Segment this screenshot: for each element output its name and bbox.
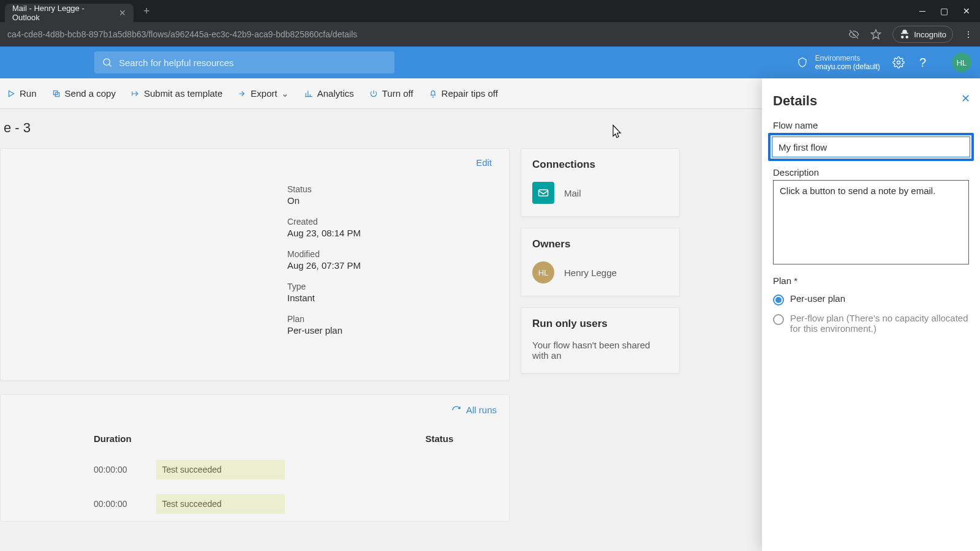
analytics-label: Analytics xyxy=(317,88,354,99)
star-icon[interactable] xyxy=(870,29,881,40)
cell-duration: 00:00:00 xyxy=(1,487,156,521)
eye-off-icon[interactable] xyxy=(848,29,859,40)
environment-icon xyxy=(797,57,808,68)
owners-card: Owners HL Henry Legge xyxy=(521,228,680,296)
connections-card: Connections Mail xyxy=(521,148,680,217)
turn-off-label: Turn off xyxy=(382,88,413,99)
status-value: On xyxy=(287,195,498,206)
browser-tabstrip: Mail - Henry Legge - Outlook ✕ + ─ ▢ ✕ xyxy=(0,0,980,22)
description-textarea[interactable] xyxy=(773,180,969,264)
send-copy-button[interactable]: Send a copy xyxy=(51,88,116,99)
power-icon xyxy=(369,89,379,99)
svg-point-1 xyxy=(104,59,110,66)
chevron-down-icon: ⌄ xyxy=(281,88,289,99)
edit-link[interactable]: Edit xyxy=(476,157,492,168)
run-label: Run xyxy=(20,88,37,99)
type-label: Type xyxy=(287,282,498,291)
run-history-card: All runs Duration Status 00:00:00 Test s… xyxy=(0,394,510,522)
run-only-title: Run only users xyxy=(521,308,679,335)
all-runs-link[interactable]: All runs xyxy=(451,405,497,415)
plan-option-per-user[interactable]: Per-user plan xyxy=(773,293,969,305)
address-bar[interactable]: ca4-cde8-4d8b-bcb8-897b1a5d8b63/flows/a9… xyxy=(0,22,980,47)
details-panel: Details ✕ Flow name Description Plan * P… xyxy=(762,78,980,551)
owner-name: Henry Legge xyxy=(564,268,617,278)
flow-name-focus-ring xyxy=(768,133,974,161)
panel-title: Details xyxy=(773,93,969,109)
incognito-badge[interactable]: Incognito xyxy=(892,26,953,43)
kebab-icon[interactable]: ⋮ xyxy=(964,29,973,39)
turn-off-button[interactable]: Turn off xyxy=(369,88,413,99)
maximize-icon[interactable]: ▢ xyxy=(940,6,948,16)
modified-value: Aug 26, 07:37 PM xyxy=(287,260,498,271)
per-flow-label: Per-flow plan (There's no capacity alloc… xyxy=(790,313,969,334)
svg-line-2 xyxy=(109,64,111,66)
run-only-card: Run only users Your flow hasn't been sha… xyxy=(521,307,680,373)
svg-marker-4 xyxy=(9,91,14,96)
url-text: ca4-cde8-4d8b-bcb8-897b1a5d8b63/flows/a9… xyxy=(7,29,848,39)
environment-label: Environments xyxy=(815,54,880,62)
submit-icon xyxy=(130,89,140,99)
submit-label: Submit as template xyxy=(144,88,222,99)
cell-duration: 00:00:00 xyxy=(1,452,156,487)
col-status: Status xyxy=(156,425,509,452)
run-button[interactable]: Run xyxy=(6,88,37,99)
plan-label: Plan * xyxy=(773,276,969,286)
owners-title: Owners xyxy=(521,228,679,255)
svg-point-3 xyxy=(897,61,900,64)
modified-label: Modified xyxy=(287,249,498,259)
owner-item[interactable]: HL Henry Legge xyxy=(521,255,679,296)
mail-icon xyxy=(532,182,554,204)
status-label: Status xyxy=(287,184,498,194)
play-icon xyxy=(6,89,16,99)
close-icon[interactable]: ✕ xyxy=(119,8,126,18)
close-window-icon[interactable]: ✕ xyxy=(963,6,970,16)
description-label: Description xyxy=(773,167,969,178)
connection-name: Mail xyxy=(564,188,581,198)
owner-avatar: HL xyxy=(532,261,554,283)
app-header: Environments enayu.com (default) ? HL xyxy=(0,47,980,78)
table-row[interactable]: 00:00:00 Test succeeded xyxy=(1,487,509,521)
plan-value: Per-user plan xyxy=(287,325,498,335)
details-card: Edit Status On Created Aug 23, 08:14 PM … xyxy=(0,148,510,381)
radio-checked-icon xyxy=(773,294,784,305)
run-only-body: Your flow hasn't been shared with an xyxy=(521,335,679,373)
submit-template-button[interactable]: Submit as template xyxy=(130,88,222,99)
svg-rect-7 xyxy=(539,190,548,196)
connections-title: Connections xyxy=(521,149,679,176)
status-badge: Test succeeded xyxy=(156,460,285,479)
send-copy-label: Send a copy xyxy=(65,88,116,99)
environment-value: enayu.com (default) xyxy=(815,62,880,71)
close-panel-icon[interactable]: ✕ xyxy=(961,92,970,105)
flow-name-input[interactable] xyxy=(772,137,970,157)
svg-marker-0 xyxy=(872,30,881,39)
browser-tab[interactable]: Mail - Henry Legge - Outlook ✕ xyxy=(5,4,134,22)
minimize-icon[interactable]: ─ xyxy=(919,6,925,16)
export-button[interactable]: Export ⌄ xyxy=(237,88,288,99)
bell-icon xyxy=(428,89,438,99)
tab-title: Mail - Henry Legge - Outlook xyxy=(12,4,109,22)
gear-icon[interactable] xyxy=(892,56,905,69)
plan-option-per-flow[interactable]: Per-flow plan (There's no capacity alloc… xyxy=(773,313,969,334)
created-label: Created xyxy=(287,217,498,227)
help-icon[interactable]: ? xyxy=(919,56,926,70)
search-icon xyxy=(102,57,113,68)
flow-name-label: Flow name xyxy=(773,120,969,130)
refresh-icon xyxy=(451,405,461,415)
export-label: Export xyxy=(251,88,277,99)
repair-tips-button[interactable]: Repair tips off xyxy=(428,88,498,99)
table-row[interactable]: 00:00:00 Test succeeded xyxy=(1,452,509,487)
status-badge: Test succeeded xyxy=(156,494,285,514)
search-input[interactable] xyxy=(119,58,387,68)
type-value: Instant xyxy=(287,293,498,303)
user-avatar[interactable]: HL xyxy=(952,53,971,72)
col-duration: Duration xyxy=(1,425,156,452)
repair-tips-label: Repair tips off xyxy=(442,88,498,99)
environment-picker[interactable]: Environments enayu.com (default) xyxy=(797,54,880,72)
connection-item[interactable]: Mail xyxy=(521,176,679,216)
incognito-label: Incognito xyxy=(914,30,946,39)
new-tab-button[interactable]: + xyxy=(143,5,150,18)
analytics-button[interactable]: Analytics xyxy=(304,88,354,99)
search-box[interactable] xyxy=(94,51,394,73)
created-value: Aug 23, 08:14 PM xyxy=(287,228,498,238)
per-user-label: Per-user plan xyxy=(790,293,845,304)
